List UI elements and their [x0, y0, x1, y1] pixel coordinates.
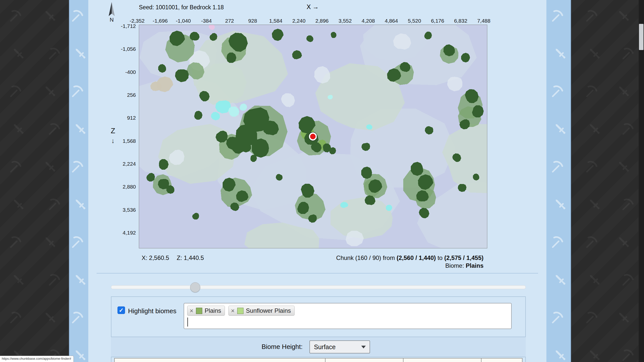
z-tick-label: -1,712 [121, 23, 136, 29]
pickaxe-icon [550, 160, 564, 173]
highlight-biomes-label[interactable]: Highlight biomes [128, 307, 176, 315]
browser-status-bubble: https://www.chunkbase.com/apps/biome-fin… [0, 356, 74, 362]
highlight-biomes-checkbox[interactable]: ✓ [117, 306, 125, 314]
pickaxe-icon [621, 273, 634, 287]
biome-height-label: Biome Height: [262, 343, 303, 351]
x-tick-label: 928 [248, 18, 257, 24]
biome-table [114, 358, 522, 362]
sword-icon [551, 346, 570, 362]
biome-tag-label: Plains [205, 307, 221, 314]
x-tick-label: 7,488 [477, 18, 491, 24]
sword-icon [585, 270, 604, 289]
seed-text: Seed: 1001001, for Bedrock 1.18 [139, 4, 224, 11]
text-cursor [187, 318, 188, 327]
z-tick-label: 1,568 [123, 138, 136, 144]
decor-strip-right [546, 0, 571, 362]
pickaxe-icon [584, 84, 598, 98]
z-tick-label: 912 [127, 115, 136, 121]
pickaxe-icon [550, 235, 564, 249]
map-marker [308, 132, 317, 141]
position-x: X: 2,560.5 [142, 254, 169, 261]
chevron-down-icon [361, 346, 366, 348]
remove-tag-icon[interactable]: × [231, 308, 235, 314]
z-tick-label: -1,056 [121, 46, 136, 52]
scrollbar[interactable] [638, 0, 644, 362]
x-tick-label: 4,208 [362, 18, 375, 24]
x-tick-label: -1,696 [153, 18, 168, 24]
chunk-from: (2,560 / 1,440) [396, 254, 436, 261]
table-column-divider [481, 358, 481, 362]
biome-map-canvas[interactable] [139, 25, 487, 248]
position-z: Z: 1,440.5 [177, 254, 204, 261]
desktop-right [571, 0, 638, 362]
pickaxe-icon [584, 160, 598, 173]
biome-value: Plains [466, 262, 484, 269]
x-tick-label: 272 [225, 18, 234, 24]
z-tick-label: -400 [125, 69, 136, 75]
table-column-divider [325, 358, 326, 362]
z-axis-arrow-icon: ↓ [111, 137, 115, 145]
sword-icon [585, 346, 604, 362]
zoom-slider[interactable] [111, 285, 526, 289]
page: N Seed: 1001001, for Bedrock 1.18 X → -2… [0, 0, 644, 362]
sword-icon [551, 270, 570, 289]
sword-icon [551, 119, 570, 139]
pickaxe-icon [621, 122, 634, 136]
x-axis-label: X → [307, 3, 319, 11]
pickaxe-icon [621, 198, 634, 211]
biome-color-swatch [237, 308, 244, 314]
chunk-prefix: Chunk (160 / 90) from [336, 254, 396, 261]
x-tick-label: 2,240 [292, 18, 306, 24]
pickaxe-icon [584, 235, 598, 249]
sword-icon [614, 82, 633, 101]
check-icon: ✓ [119, 307, 124, 314]
biome-tag[interactable]: ×Sunflower Plains [228, 306, 295, 316]
biome-map[interactable] [139, 25, 487, 248]
chunk-sep: to [436, 254, 444, 261]
z-tick-label: 3,536 [123, 207, 136, 213]
pickaxe-icon [550, 84, 564, 98]
chunk-to: (2,575 / 1,455) [444, 254, 484, 261]
x-tick-label: -384 [201, 18, 212, 24]
x-tick-label: -1,040 [176, 18, 191, 24]
x-tick-label: 1,584 [269, 18, 283, 24]
cursor-position-text: X: 2,560.5Z: 1,440.5 [142, 254, 204, 261]
biome-label: Biome: [445, 262, 466, 269]
x-tick-label: 6,176 [431, 18, 444, 24]
tag-list: ×Plains×Sunflower Plains [187, 306, 295, 316]
remove-tag-icon[interactable]: × [190, 308, 193, 314]
sword-icon [585, 195, 604, 214]
sword-icon [614, 233, 633, 252]
table-column-divider [403, 358, 404, 362]
x-tick-label: 5,520 [408, 18, 421, 24]
biome-height-value: Surface [314, 343, 336, 351]
sword-icon [585, 119, 604, 139]
sword-icon [614, 157, 633, 176]
z-tick-label: 2,880 [123, 184, 136, 190]
chunk-info-text: Chunk (160 / 90) from (2,560 / 1,440) to… [336, 254, 484, 261]
section-divider [97, 273, 538, 274]
zoom-slider-thumb[interactable] [190, 282, 200, 292]
biome-height-select[interactable]: Surface [309, 340, 370, 353]
z-axis-label: Z [111, 127, 115, 135]
z-tick-label: 256 [127, 92, 136, 98]
sword-icon [614, 308, 633, 327]
biome-color-swatch [196, 308, 202, 314]
pickaxe-icon [550, 311, 564, 324]
pickaxe-icon [584, 311, 598, 324]
x-tick-label: 4,864 [385, 18, 398, 24]
x-tick-label: 6,832 [454, 18, 467, 24]
scrollbar-thumb[interactable] [639, 24, 643, 50]
sword-icon [551, 44, 570, 63]
x-tick-label: 3,552 [339, 18, 352, 24]
sword-icon [551, 195, 570, 214]
x-tick-label: 2,896 [315, 18, 329, 24]
z-tick-label: 4,192 [123, 230, 136, 236]
sword-icon [585, 44, 604, 63]
pickaxe-icon [621, 47, 634, 60]
pickaxe-icon [621, 348, 634, 362]
biome-tag[interactable]: ×Plains [187, 306, 225, 316]
z-tick-label: 2,224 [123, 161, 136, 167]
biome-tags-input[interactable]: ×Plains×Sunflower Plains [184, 303, 512, 329]
biome-info-text: Biome: Plains [445, 262, 484, 269]
